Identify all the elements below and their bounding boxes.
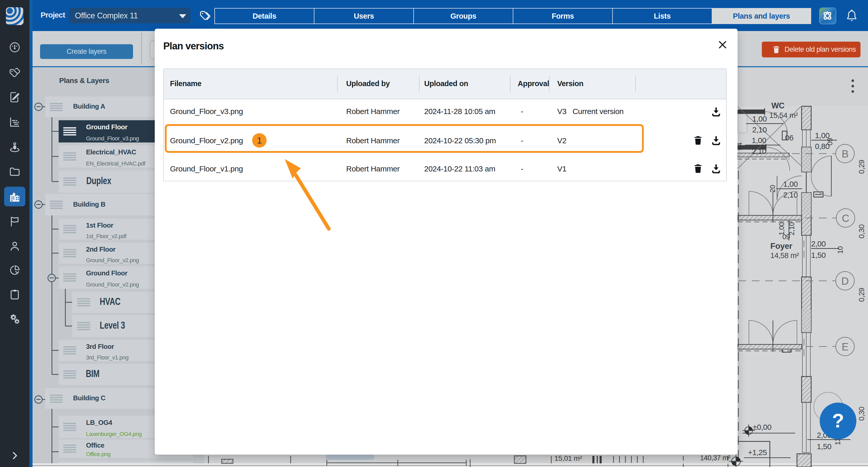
svg-text:15,01 m²: 15,01 m² — [554, 454, 582, 462]
svg-text:06: 06 — [785, 134, 793, 142]
svg-text:1,50: 1,50 — [811, 251, 826, 259]
svg-text:B: B — [842, 148, 848, 159]
svg-text:E: E — [842, 341, 848, 352]
svg-text:0,30: 0,30 — [858, 407, 866, 421]
svg-text:10: 10 — [836, 246, 844, 254]
svg-text:140,37 m²: 140,37 m² — [700, 454, 731, 462]
svg-text:1,00: 1,00 — [783, 180, 798, 188]
svg-text:2,10: 2,10 — [752, 125, 767, 134]
svg-text:1,00: 1,00 — [752, 115, 767, 123]
svg-text:0,29: 0,29 — [858, 288, 866, 302]
svg-text:0,30: 0,30 — [858, 225, 866, 238]
svg-text:Foyer: Foyer — [770, 241, 792, 251]
svg-text:WC: WC — [771, 101, 784, 110]
svg-text:1,50: 1,50 — [817, 442, 831, 451]
svg-text:D: D — [841, 275, 848, 287]
svg-text:1,00: 1,00 — [752, 136, 766, 145]
svg-text:0,29: 0,29 — [858, 160, 866, 174]
svg-text:C: C — [842, 212, 849, 224]
svg-text:+1,25: +1,25 — [748, 448, 767, 457]
svg-text:2,10: 2,10 — [783, 191, 798, 199]
svg-text:15,54 m²: 15,54 m² — [769, 111, 798, 119]
svg-text:14,58 m²: 14,58 m² — [770, 251, 799, 260]
svg-text:2,10: 2,10 — [752, 147, 766, 155]
svg-text:09: 09 — [826, 138, 834, 145]
svg-text:2,00: 2,00 — [811, 239, 826, 248]
svg-text:±0,00: ±0,00 — [753, 423, 771, 431]
